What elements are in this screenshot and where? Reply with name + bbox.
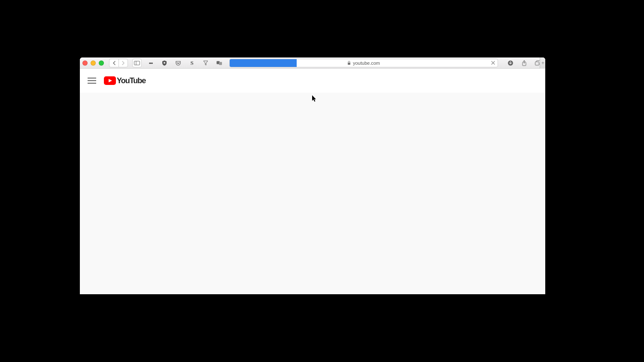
svg-rect-9 bbox=[535, 62, 539, 65]
close-window-button[interactable] bbox=[82, 60, 88, 66]
pocket-extension-button[interactable] bbox=[173, 59, 183, 67]
minimize-window-button[interactable] bbox=[91, 60, 96, 66]
chevron-left-icon bbox=[112, 61, 116, 65]
dots-icon: ••• bbox=[147, 59, 155, 67]
extension-filter-button[interactable] bbox=[201, 59, 210, 67]
svg-point-2 bbox=[164, 62, 165, 63]
toolbar-right-group bbox=[506, 59, 543, 67]
address-content: youtube.com bbox=[347, 60, 380, 66]
svg-rect-4 bbox=[219, 62, 222, 65]
browser-toolbar: ••• S youtube.com bbox=[80, 57, 545, 69]
share-button[interactable] bbox=[519, 59, 529, 67]
translate-icon bbox=[216, 60, 222, 66]
share-icon bbox=[522, 60, 527, 66]
svg-rect-5 bbox=[348, 63, 350, 65]
back-button[interactable] bbox=[109, 59, 118, 67]
new-tab-button[interactable]: + bbox=[540, 57, 545, 69]
pocket-icon bbox=[175, 60, 181, 66]
page-content-loading bbox=[80, 93, 545, 294]
youtube-header: YouTube bbox=[80, 69, 545, 93]
window-controls bbox=[82, 60, 104, 66]
youtube-logo-text: YouTube bbox=[117, 76, 146, 85]
url-text: youtube.com bbox=[353, 60, 380, 66]
extension-s-button[interactable]: S bbox=[187, 59, 197, 67]
browser-window: ••• S youtube.com bbox=[80, 57, 545, 294]
stop-loading-button[interactable] bbox=[490, 60, 496, 66]
svg-rect-0 bbox=[134, 61, 140, 65]
extension-translate-button[interactable] bbox=[215, 59, 224, 67]
guide-menu-button[interactable] bbox=[87, 75, 97, 86]
chevron-right-icon bbox=[122, 61, 125, 65]
x-icon bbox=[491, 61, 495, 65]
shield-icon bbox=[161, 60, 167, 66]
youtube-play-icon bbox=[104, 76, 116, 85]
onepassword-extension-button[interactable]: ••• bbox=[146, 59, 155, 67]
extensions-group: ••• S bbox=[146, 59, 224, 67]
lock-icon bbox=[347, 61, 351, 65]
download-icon bbox=[507, 60, 513, 66]
forward-button[interactable] bbox=[118, 59, 128, 67]
navigation-group bbox=[109, 59, 128, 67]
maximize-window-button[interactable] bbox=[99, 60, 104, 66]
hamburger-icon bbox=[88, 78, 96, 84]
letter-s-icon: S bbox=[188, 59, 196, 67]
plus-icon: + bbox=[541, 60, 544, 66]
sidebar-toggle-button[interactable] bbox=[132, 59, 142, 67]
address-bar[interactable]: youtube.com bbox=[229, 59, 498, 67]
sidebar-icon bbox=[134, 61, 140, 65]
youtube-logo[interactable]: YouTube bbox=[104, 76, 146, 85]
downloads-button[interactable] bbox=[506, 59, 515, 67]
ublock-extension-button[interactable] bbox=[160, 59, 169, 67]
funnel-icon bbox=[203, 60, 208, 66]
page-load-progress bbox=[230, 59, 297, 67]
address-bar-container: youtube.com bbox=[229, 59, 498, 67]
